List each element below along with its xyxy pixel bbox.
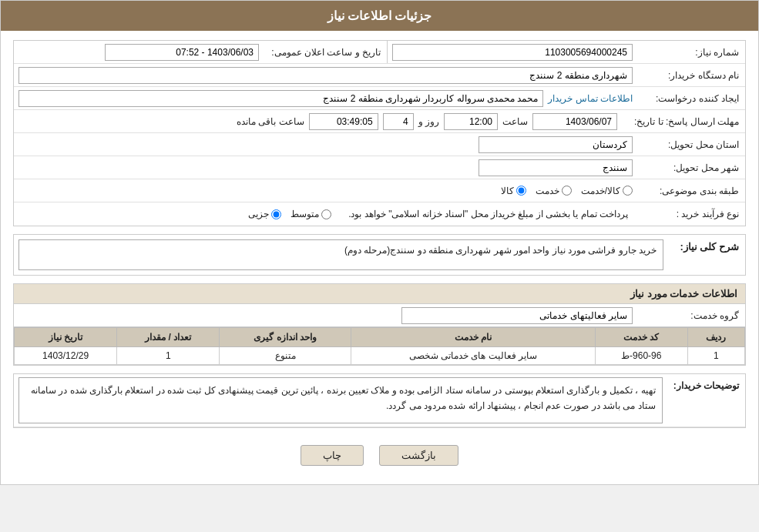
process-radio-jozii: جزیی — [248, 209, 281, 219]
row-process-type: نوع فرآیند خرید : پرداخت تمام یا بخشی از… — [14, 202, 745, 226]
table-cell: 1403/12/29 — [15, 347, 117, 365]
col-header-qty: تعداد / مقدار — [117, 328, 220, 347]
buyer-notes-section: توضیحات خریدار: تهیه ، تکمیل و بارگذاری … — [13, 373, 746, 428]
need-number-value-cell — [388, 42, 637, 63]
row-category: طبقه بندی موضوعی: کالا/خدمت خدمت — [14, 179, 745, 202]
province-label: استان محل تحویل: — [637, 136, 745, 153]
deadline-date-input[interactable] — [532, 113, 617, 130]
category-radio-kala: کالا — [501, 186, 526, 196]
need-desc-content: خرید جارو فراشی مورد نیاز واحد امور شهر … — [14, 235, 668, 275]
buttons-row: بازگشت چاپ — [13, 436, 746, 475]
deadline-remaining-label: ساعت باقی مانده — [237, 116, 304, 127]
need-desc-row: شرح کلی نیاز: خرید جارو فراشی مورد نیاز … — [14, 235, 745, 275]
deadline-days-input[interactable] — [383, 113, 414, 130]
buyer-org-value-cell — [14, 65, 637, 86]
process-radio-motavasset-input[interactable] — [321, 209, 331, 219]
deadline-time-input[interactable] — [444, 113, 498, 130]
deadline-time-label: ساعت — [502, 116, 528, 127]
need-desc-box: خرید جارو فراشی مورد نیاز واحد امور شهر … — [18, 239, 663, 270]
creator-value-cell: اطلاعات تماس خریدار — [14, 88, 637, 109]
process-radio-group: متوسط جزیی — [248, 209, 331, 219]
province-input[interactable] — [479, 136, 633, 153]
col-header-radif: ردیف — [687, 328, 744, 347]
category-label-kala: کالا — [501, 186, 514, 196]
buyer-notes-content: تهیه ، تکمیل و بارگذاری استعلام بپوستی د… — [14, 374, 667, 427]
creator-label: ایجاد کننده درخواست: — [637, 90, 745, 107]
table-row: 1960-96-طسایر فعالیت های خدماتی شخصیمتنو… — [15, 347, 745, 365]
creator-group: اطلاعات تماس خریدار — [18, 90, 633, 107]
service-group-input[interactable] — [401, 307, 633, 324]
service-group-label: گروه خدمت: — [637, 307, 745, 324]
category-radio-kala-khedmat-input[interactable] — [623, 186, 633, 196]
row-need-number: شماره نیاز: تاریخ و ساعت اعلان عمومی: — [14, 41, 745, 64]
table-cell: 1 — [117, 347, 220, 365]
city-value-cell — [14, 157, 637, 179]
process-radio-motavasset: متوسط — [291, 209, 331, 219]
table-cell: 1 — [687, 347, 744, 365]
deadline-days-label: روز و — [418, 116, 439, 127]
category-radio-khedmat: خدمت — [536, 186, 572, 196]
services-section: اطلاعات خدمات مورد نیاز گروه خدمت: ردیف … — [13, 283, 746, 366]
need-desc-section: شرح کلی نیاز: خرید جارو فراشی مورد نیاز … — [13, 234, 746, 276]
col-header-code: کد خدمت — [595, 328, 687, 347]
buyer-org-label: نام دستگاه خریدار: — [637, 67, 745, 84]
main-content: شماره نیاز: تاریخ و ساعت اعلان عمومی: نا… — [1, 31, 758, 484]
category-label-khedmat: خدمت — [536, 186, 559, 196]
creator-input[interactable] — [18, 90, 543, 107]
buyer-notes-label: توضیحات خریدار: — [667, 374, 745, 396]
category-radio-kala-input[interactable] — [516, 186, 526, 196]
page-title: جزئیات اطلاعات نیاز — [327, 9, 432, 22]
contact-link[interactable]: اطلاعات تماس خریدار — [548, 93, 633, 104]
divider-1 — [387, 41, 388, 63]
deadline-remaining-input[interactable] — [309, 113, 378, 130]
row-deadline: مهلت ارسال پاسخ: تا تاریخ: ساعت روز و سا… — [14, 110, 745, 133]
need-number-label: شماره نیاز: — [637, 44, 745, 61]
response-deadline-label: مهلت ارسال پاسخ: تا تاریخ: — [622, 113, 745, 130]
deadline-value-cell: ساعت روز و ساعت باقی مانده — [14, 111, 622, 132]
buyer-notes-row: توضیحات خریدار: تهیه ، تکمیل و بارگذاری … — [14, 374, 745, 427]
services-title: اطلاعات خدمات مورد نیاز — [14, 284, 745, 304]
row-province: استان محل تحویل: — [14, 133, 745, 156]
back-button[interactable]: بازگشت — [379, 445, 458, 466]
page-wrapper: جزئیات اطلاعات نیاز شماره نیاز: تاریخ و … — [0, 0, 759, 485]
print-button[interactable]: چاپ — [301, 445, 364, 466]
process-label-motavasset: متوسط — [291, 209, 319, 219]
process-description-text: پرداخت تمام یا بخشی از مبلغ خریداز محل "… — [344, 206, 633, 223]
deadline-group: ساعت روز و ساعت باقی مانده — [18, 113, 617, 130]
announce-date-label: تاریخ و ساعت اعلان عمومی: — [264, 44, 387, 61]
need-number-input[interactable] — [392, 44, 633, 61]
buyer-org-input[interactable] — [18, 67, 633, 84]
process-type-value-cell: پرداخت تمام یا بخشی از مبلغ خریداز محل "… — [14, 203, 637, 225]
col-header-unit: واحد اندازه گیری — [220, 328, 351, 347]
announce-date-value-cell — [14, 42, 264, 63]
services-table: ردیف کد خدمت نام خدمت واحد اندازه گیری ت… — [14, 327, 745, 365]
process-radio-jozii-input[interactable] — [271, 209, 281, 219]
category-radio-group: کالا/خدمت خدمت کالا — [18, 186, 633, 196]
table-cell: متنوع — [220, 347, 351, 365]
need-desc-label: شرح کلی نیاز: — [668, 235, 745, 259]
process-label-jozii: جزیی — [248, 209, 269, 219]
buyer-notes-box: تهیه ، تکمیل و بارگذاری استعلام بپوستی د… — [18, 377, 663, 423]
category-radio-kala-khedmat: کالا/خدمت — [581, 186, 633, 196]
category-value-cell: کالا/خدمت خدمت کالا — [14, 183, 637, 199]
main-form-section: شماره نیاز: تاریخ و ساعت اعلان عمومی: نا… — [13, 40, 746, 226]
col-header-name: نام خدمت — [351, 328, 595, 347]
page-header: جزئیات اطلاعات نیاز — [1, 1, 758, 31]
category-label: طبقه بندی موضوعی: — [637, 182, 745, 199]
row-city: شهر محل تحویل: — [14, 156, 745, 179]
row-service-group: گروه خدمت: — [14, 304, 745, 327]
category-label-kala-khedmat: کالا/خدمت — [581, 186, 620, 196]
process-type-group: پرداخت تمام یا بخشی از مبلغ خریداز محل "… — [18, 206, 633, 223]
category-radio-khedmat-input[interactable] — [562, 186, 572, 196]
city-label: شهر محل تحویل: — [637, 159, 745, 176]
row-creator: ایجاد کننده درخواست: اطلاعات تماس خریدار — [14, 87, 745, 110]
col-header-date: تاریخ نیاز — [15, 328, 117, 347]
row-buyer-org: نام دستگاه خریدار: — [14, 64, 745, 87]
services-table-wrapper: ردیف کد خدمت نام خدمت واحد اندازه گیری ت… — [14, 327, 745, 365]
announce-date-input[interactable] — [105, 44, 259, 61]
table-cell: 960-96-ط — [595, 347, 687, 365]
service-group-value-cell — [14, 305, 637, 326]
province-value-cell — [14, 134, 637, 156]
city-input[interactable] — [479, 159, 633, 176]
table-cell: سایر فعالیت های خدماتی شخصی — [351, 347, 595, 365]
